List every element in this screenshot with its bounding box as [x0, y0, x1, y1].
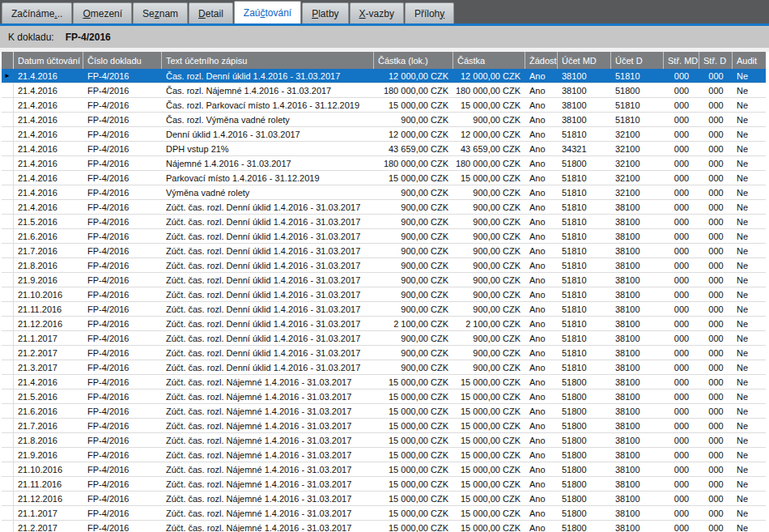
- cell-cislo-dokladu: FP-4/2016: [83, 83, 162, 97]
- cell-ucet-d: 38100: [611, 389, 664, 403]
- table-row[interactable]: 21.10.2016FP-4/2016Zúčt. čas. rozl. Náje…: [2, 462, 766, 477]
- cell-str-d: 000: [699, 98, 733, 112]
- table-row[interactable]: 21.4.2016FP-4/2016Čas. rozl. Nájemné 1.4…: [2, 83, 766, 98]
- table-row[interactable]: 21.4.2016FP-4/2016Denní úklid 1.4.2016 -…: [2, 127, 766, 142]
- table-row[interactable]: 21.12.2016FP-4/2016Zúčt. čas. rozl. Náje…: [2, 492, 766, 506]
- tab-label-part: X: [359, 8, 366, 19]
- cell-castka: 900,00 CZK: [453, 258, 525, 272]
- table-row[interactable]: 21.4.2016FP-4/2016Čas. rozl. Parkovací m…: [2, 98, 766, 113]
- cell-castka-lok: 900,00 CZK: [374, 302, 453, 316]
- cell-ucet-d: 38100: [611, 404, 664, 418]
- row-marker-cell: [2, 433, 14, 447]
- cell-ucet-md: 51800: [558, 433, 611, 447]
- cell-audit: Ne: [733, 433, 766, 447]
- table-row[interactable]: ►21.4.2016FP-4/2016Čas. rozl. Denní úkli…: [2, 69, 766, 83]
- cell-str-d: 000: [699, 389, 733, 403]
- table-row[interactable]: 21.5.2016FP-4/2016Zúčt. čas. rozl. Nájem…: [2, 389, 766, 404]
- column-header-ucet-md[interactable]: Účet MD: [558, 52, 611, 69]
- table-row[interactable]: 21.7.2016FP-4/2016Zúčt. čas. rozl. Nájem…: [2, 419, 766, 433]
- cell-str-d: 000: [699, 360, 733, 374]
- table-row[interactable]: 21.10.2016FP-4/2016Zúčt. čas. rozl. Denn…: [2, 287, 766, 302]
- table-row[interactable]: 21.6.2016FP-4/2016Zúčt. čas. rozl. Nájem…: [2, 404, 766, 419]
- cell-str-d: 000: [699, 229, 733, 243]
- tab-platby[interactable]: Platby: [302, 2, 348, 23]
- cell-ucet-d: 32100: [611, 142, 664, 155]
- cell-castka-lok: 12 000,00 CZK: [374, 127, 453, 141]
- table-row[interactable]: 21.4.2016FP-4/2016Parkovací místo 1.4.20…: [2, 171, 766, 185]
- table-row[interactable]: 21.9.2016FP-4/2016Zúčt. čas. rozl. Nájem…: [2, 448, 766, 462]
- row-marker-cell: [2, 492, 14, 505]
- table-row[interactable]: 21.8.2016FP-4/2016Zúčt. čas. rozl. Nájem…: [2, 433, 766, 448]
- cell-ucet-d: 38100: [611, 448, 664, 462]
- column-header-text-zapisu[interactable]: Text účetního zápisu: [162, 52, 374, 69]
- tab-zauctovani[interactable]: Zaúčtování: [234, 1, 301, 23]
- cell-castka-lok: 900,00 CZK: [374, 185, 453, 199]
- cell-datum-uctovani: 21.6.2016: [14, 229, 83, 243]
- row-marker-cell: [2, 404, 14, 418]
- column-header-datum-uctovani[interactable]: Datum účtování: [14, 52, 83, 69]
- table-row[interactable]: 21.1.2017FP-4/2016Zúčt. čas. rozl. Denní…: [2, 331, 766, 346]
- row-marker-cell: [2, 98, 14, 112]
- cell-str-md: 000: [664, 346, 699, 360]
- cell-audit: Ne: [733, 331, 766, 345]
- table-row[interactable]: 21.4.2016FP-4/2016Zúčt. čas. rozl. Denní…: [2, 200, 766, 215]
- cell-castka-lok: 15 000,00 CZK: [374, 477, 453, 491]
- tab-seznam[interactable]: Seznam: [133, 2, 188, 23]
- table-row[interactable]: 21.6.2016FP-4/2016Zúčt. čas. rozl. Denní…: [2, 229, 766, 244]
- cell-audit: Ne: [733, 404, 766, 418]
- cell-zadost: Ano: [525, 69, 558, 83]
- tab-bar: Začínáme...OmezeníSeznamDetailZaúčtování…: [0, 0, 769, 23]
- table-row[interactable]: 21.2.2017FP-4/2016Zúčt. čas. rozl. Denní…: [2, 346, 766, 360]
- cell-str-md: 000: [664, 258, 699, 272]
- table-row[interactable]: 21.12.2016FP-4/2016Zúčt. čas. rozl. Denn…: [2, 317, 766, 331]
- column-header-audit[interactable]: Audit: [733, 52, 766, 69]
- table-row[interactable]: 21.1.2017FP-4/2016Zúčt. čas. rozl. Nájem…: [2, 506, 766, 521]
- table-header: Datum účtování Číslo dokladu Text účetní…: [2, 52, 766, 69]
- row-marker-cell: [2, 521, 14, 532]
- cell-str-d: 000: [699, 287, 733, 301]
- cell-text-zapisu: Zúčt. čas. rozl. Nájemné 1.4.2016 - 31.0…: [162, 462, 374, 476]
- cell-audit: Ne: [733, 156, 766, 170]
- cell-castka: 15 000,00 CZK: [453, 375, 525, 389]
- column-header-zadost[interactable]: Žádost: [525, 52, 558, 69]
- table-row[interactable]: 21.2.2017FP-4/2016Zúčt. čas. rozl. Nájem…: [2, 521, 766, 532]
- table-row[interactable]: 21.4.2016FP-4/2016Nájemné 1.4.2016 - 31.…: [2, 156, 766, 171]
- cell-ucet-d: 38100: [611, 433, 664, 447]
- cell-ucet-d: 38100: [611, 229, 664, 243]
- tab-x-vazby[interactable]: X-vazby: [350, 2, 404, 23]
- cell-datum-uctovani: 21.4.2016: [14, 127, 83, 141]
- column-header-castka[interactable]: Částka: [453, 52, 525, 69]
- table-row[interactable]: 21.4.2016FP-4/2016Výměna vadné rolety900…: [2, 185, 766, 200]
- table-row[interactable]: 21.7.2016FP-4/2016Zúčt. čas. rozl. Denní…: [2, 244, 766, 258]
- table-row[interactable]: 21.8.2016FP-4/2016Zúčt. čas. rozl. Denní…: [2, 258, 766, 273]
- column-header-str-md[interactable]: Stř. MD: [664, 52, 699, 69]
- row-marker-cell: [2, 113, 14, 126]
- cell-zadost: Ano: [525, 346, 558, 360]
- tab-detail[interactable]: Detail: [189, 2, 233, 23]
- table-row[interactable]: 21.3.2017FP-4/2016Zúčt. čas. rozl. Denní…: [2, 360, 766, 375]
- cell-audit: Ne: [733, 506, 766, 520]
- column-header-ucet-d[interactable]: Účet D: [611, 52, 664, 69]
- cell-castka-lok: 900,00 CZK: [374, 287, 453, 301]
- column-header-str-d[interactable]: Stř. D: [699, 52, 733, 69]
- column-header-castka-lok[interactable]: Částka (lok.): [374, 52, 453, 69]
- row-marker-cell: [2, 200, 14, 214]
- table-row[interactable]: 21.5.2016FP-4/2016Zúčt. čas. rozl. Denní…: [2, 215, 766, 229]
- cell-zadost: Ano: [525, 171, 558, 185]
- tab-omezeni[interactable]: Omezení: [73, 2, 132, 23]
- table-row[interactable]: 21.4.2016FP-4/2016DPH vstup 21%43 659,00…: [2, 142, 766, 156]
- column-header-cislo-dokladu[interactable]: Číslo dokladu: [83, 52, 162, 69]
- cell-audit: Ne: [733, 317, 766, 330]
- cell-castka-lok: 900,00 CZK: [374, 258, 453, 272]
- table-row[interactable]: 21.4.2016FP-4/2016Čas. rozl. Výměna vadn…: [2, 113, 766, 127]
- table-row[interactable]: 21.11.2016FP-4/2016Zúčt. čas. rozl. Denn…: [2, 302, 766, 317]
- tab-prilohy[interactable]: Přílohy: [405, 2, 454, 23]
- cell-zadost: Ano: [525, 419, 558, 432]
- doc-reference-value: FP-4/2016: [66, 32, 111, 43]
- table-row[interactable]: 21.9.2016FP-4/2016Zúčt. čas. rozl. Denní…: [2, 273, 766, 287]
- cell-ucet-d: 38100: [611, 346, 664, 360]
- tab-zaciname[interactable]: Začínáme...: [2, 2, 72, 23]
- cell-cislo-dokladu: FP-4/2016: [83, 433, 162, 447]
- table-row[interactable]: 21.11.2016FP-4/2016Zúčt. čas. rozl. Náje…: [2, 477, 766, 492]
- table-row[interactable]: 21.4.2016FP-4/2016Zúčt. čas. rozl. Nájem…: [2, 375, 766, 389]
